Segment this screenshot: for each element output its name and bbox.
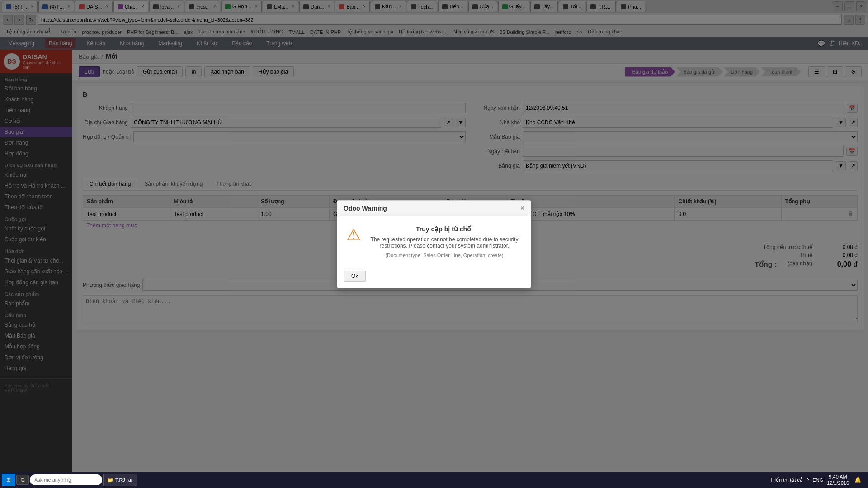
cortana-input[interactable] [30,474,102,485]
date-display: 12/1/2016 [827,480,849,486]
modal-overlay: Odoo Warning × ⚠ Truy cập bị từ chối The… [0,0,868,488]
modal-title: Odoo Warning [344,205,387,212]
taskview-btn[interactable]: ⧉ [16,475,29,485]
modal-message: The requested operation cannot be comple… [367,236,522,249]
taskbar-right: Hiển thị tất cả ^ ENG 9:40 AM 12/1/2016 … [771,474,866,487]
taskbar-time: 9:40 AM 12/1/2016 [827,474,849,487]
taskbar-file-item[interactable]: 📁 T.RJ.rar [103,474,137,486]
warning-icon: ⚠ [346,225,361,244]
modal-ok-btn[interactable]: Ok [344,271,366,282]
modal-warning-row: ⚠ Truy cập bị từ chối The requested oper… [346,225,522,258]
start-button[interactable]: ⊞ [2,474,15,486]
taskbar-notification-btn[interactable]: Hiển thị tất cả [771,477,803,483]
notification-center-btn[interactable]: 🔔 [853,475,863,485]
modal-body: ⚠ Truy cập bị từ chối The requested oper… [337,216,531,267]
taskbar-hide-btn[interactable]: ^ [807,477,809,483]
modal-content-text: Truy cập bị từ chối The requested operat… [367,225,522,258]
modal-close-btn[interactable]: × [520,204,524,212]
taskbar-lang: ENG [812,477,823,483]
taskbar-file-icon: 📁 [107,477,113,483]
modal-box: Odoo Warning × ⚠ Truy cập bị từ chối The… [337,200,531,288]
modal-detail: (Document type: Sales Order Line, Operat… [367,253,522,258]
taskbar-file-label: T.RJ.rar [115,477,133,483]
modal-heading: Truy cập bị từ chối [367,225,522,233]
time-display: 9:40 AM [827,474,849,480]
modal-header: Odoo Warning × [337,201,531,216]
taskbar: ⊞ ⧉ 📁 T.RJ.rar Hiển thị tất cả ^ ENG 9:4… [0,472,868,488]
modal-footer: Ok [337,267,531,288]
